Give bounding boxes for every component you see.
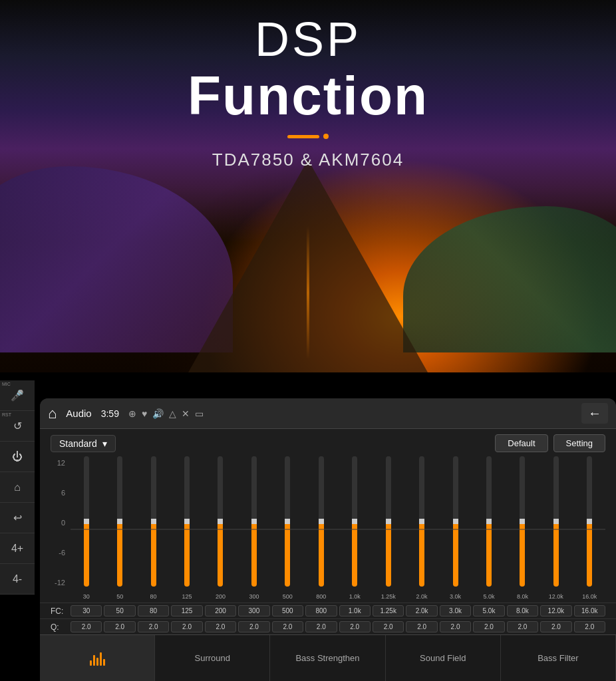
vol-up-button[interactable]: 4+ (0, 533, 35, 564)
band-col-0[interactable]: 30 (71, 456, 102, 603)
band-freq-14: 12.0k (549, 593, 563, 600)
dsp-panel: ⌂ Audio 3:59 ⊕ ♥ 🔊 △ ✕ ▭ ← Standard ▾ De… (40, 398, 616, 681)
q-val-7: 2.0 (305, 621, 337, 632)
band-fill-3 (184, 521, 190, 587)
band-handle-11[interactable] (453, 519, 458, 524)
band-handle-2[interactable] (151, 519, 156, 524)
band-col-5[interactable]: 300 (238, 456, 269, 603)
band-track-9 (386, 456, 391, 587)
band-handle-0[interactable] (84, 519, 89, 524)
rst-button[interactable]: RST ↺ (0, 411, 35, 442)
band-freq-5: 300 (249, 593, 259, 600)
fc-val-8: 1.0k (339, 605, 371, 616)
band-handle-15[interactable] (587, 519, 592, 524)
scale-12: 12 (51, 459, 65, 467)
band-freq-0: 30 (83, 593, 90, 600)
rst-icon: ↺ (13, 420, 22, 432)
side-panel: MIC 🎤 RST ↺ ⏻ ⌂ ↩ 4+ 4- (0, 380, 40, 595)
band-col-9[interactable]: 1.25k (373, 456, 404, 603)
band-handle-12[interactable] (486, 519, 492, 524)
band-handle-6[interactable] (285, 519, 290, 524)
hill-right (403, 206, 616, 352)
band-col-15[interactable]: 16.0k (574, 456, 605, 603)
fc-val-3: 125 (171, 605, 202, 616)
band-handle-4[interactable] (218, 519, 223, 524)
title-function: Function (0, 66, 616, 126)
band-handle-10[interactable] (419, 519, 424, 524)
fc-val-6: 500 (272, 605, 303, 616)
sound-field-label: Sound Field (420, 653, 466, 663)
back-side-button[interactable]: ↩ (0, 503, 35, 533)
fc-val-12: 5.0k (473, 605, 504, 616)
band-freq-4: 200 (216, 593, 226, 600)
tab-surround[interactable]: Surround (155, 635, 270, 681)
band-track-7 (319, 456, 324, 587)
chevron-down-icon: ▾ (102, 438, 107, 449)
band-col-3[interactable]: 125 (171, 456, 202, 603)
band-track-2 (151, 456, 156, 587)
eq-icon (90, 651, 105, 666)
band-track-5 (251, 456, 257, 587)
band-track-12 (486, 456, 492, 587)
band-fill-15 (587, 521, 592, 587)
band-handle-7[interactable] (319, 519, 324, 524)
band-handle-5[interactable] (251, 519, 257, 524)
vol-down-button[interactable]: 4- (0, 564, 35, 595)
top-bar: ⌂ Audio 3:59 ⊕ ♥ 🔊 △ ✕ ▭ ← (40, 398, 616, 429)
close-icon: ✕ (182, 408, 190, 419)
back-button[interactable]: ← (581, 403, 608, 424)
band-col-2[interactable]: 80 (138, 456, 169, 603)
tab-bass-strengthen[interactable]: Bass Strengthen (270, 635, 385, 681)
eq-buttons: Default Setting (495, 434, 605, 452)
q-val-11: 2.0 (440, 621, 471, 632)
band-col-13[interactable]: 8.0k (507, 456, 538, 603)
band-fill-8 (352, 521, 357, 587)
tab-bass-filter[interactable]: Bass Filter (501, 635, 616, 681)
band-handle-13[interactable] (520, 519, 525, 524)
band-handle-8[interactable] (352, 519, 357, 524)
band-col-14[interactable]: 12.0k (540, 456, 571, 603)
band-col-7[interactable]: 800 (305, 456, 337, 603)
mic-button[interactable]: MIC 🎤 (0, 380, 35, 411)
surround-label: Surround (195, 653, 230, 663)
band-col-1[interactable]: 50 (104, 456, 135, 603)
tab-sound-field[interactable]: Sound Field (386, 635, 501, 681)
band-handle-3[interactable] (184, 519, 190, 524)
bass-filter-label: Bass Filter (538, 653, 578, 663)
band-col-6[interactable]: 500 (272, 456, 303, 603)
q-val-13: 2.0 (507, 621, 538, 632)
title-dsp: DSP (0, 13, 616, 66)
power-button[interactable]: ⏻ (0, 442, 35, 472)
preset-dropdown[interactable]: Standard ▾ (51, 435, 116, 452)
fc-val-5: 300 (238, 605, 269, 616)
q-label: Q: (51, 622, 71, 632)
band-fill-14 (553, 521, 559, 587)
band-col-4[interactable]: 200 (205, 456, 236, 603)
fc-val-7: 800 (305, 605, 337, 616)
home-side-button[interactable]: ⌂ (0, 472, 35, 503)
tab-eq[interactable] (40, 635, 155, 681)
band-col-11[interactable]: 3.0k (440, 456, 471, 603)
gps-icon: ⊕ (128, 408, 136, 419)
bass-strengthen-label: Bass Strengthen (295, 653, 359, 663)
band-track-13 (520, 456, 525, 587)
band-handle-9[interactable] (386, 519, 391, 524)
default-button[interactable]: Default (495, 434, 547, 452)
setting-button[interactable]: Setting (553, 434, 605, 452)
q-val-5: 2.0 (238, 621, 269, 632)
band-col-12[interactable]: 5.0k (473, 456, 504, 603)
power-icon: ⏻ (12, 451, 23, 463)
decorator-dot (323, 134, 329, 139)
home-icon[interactable]: ⌂ (48, 405, 57, 422)
band-fill-11 (453, 521, 458, 587)
q-val-3: 2.0 (171, 621, 202, 632)
window-icon: ▭ (195, 408, 204, 419)
back-arrow-icon: ← (588, 406, 601, 420)
q-values: 2.02.02.02.02.02.02.02.02.02.02.02.02.02… (71, 621, 605, 632)
band-col-8[interactable]: 1.0k (339, 456, 371, 603)
band-handle-14[interactable] (553, 519, 559, 524)
fc-label: FC: (51, 607, 71, 616)
band-col-10[interactable]: 2.0k (406, 456, 437, 603)
band-handle-1[interactable] (117, 519, 122, 524)
bottom-tabs: Surround Bass Strengthen Sound Field Bas… (40, 634, 616, 681)
